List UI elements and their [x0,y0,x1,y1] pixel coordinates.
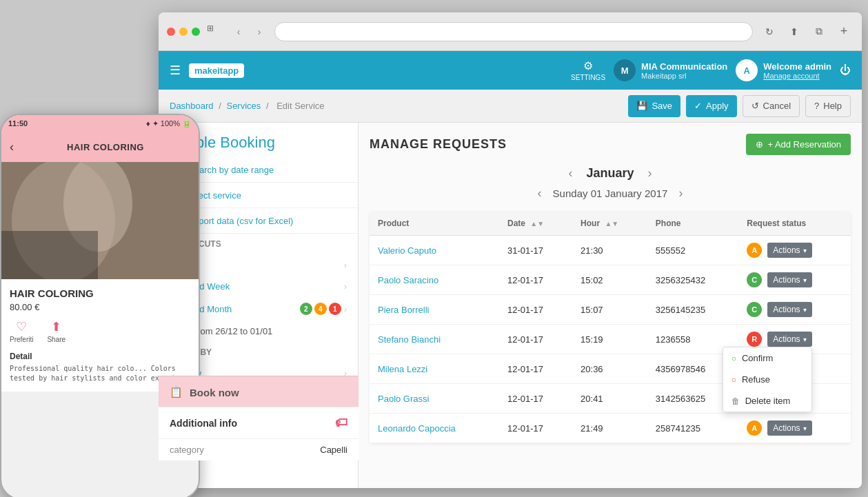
month-badges: 2 4 1 [300,303,341,315]
product-link[interactable]: Valerio Caputo [378,245,436,256]
breadcrumb-dashboard[interactable]: Dashboard [170,101,214,111]
status-dot: C [747,302,762,317]
next-month-button[interactable]: › [648,166,652,181]
product-link[interactable]: Stefano Bianchi [378,334,441,345]
tab-bar-icon[interactable]: ⊞ [207,23,223,40]
company-avatar: M [614,59,636,81]
status-cell: C Actions [738,265,851,295]
hour-cell: 15:19 [572,325,647,354]
category-value: Capelli [320,445,347,455]
badge-orange: 4 [314,303,327,315]
confirm-icon: ○ [731,354,736,363]
back-button[interactable]: ‹ [230,23,247,40]
product-cell: Paolo Saracino [370,265,499,295]
product-cell: Paolo Grassi [370,384,499,414]
manage-header: MANAGE REQUESTS ⊕ + Add Reservation [370,134,851,155]
book-now-overlay: 📋 Book now [159,376,359,408]
calendar-nav: ‹ January › [370,166,851,181]
heart-icon: ♡ [16,319,27,334]
book-now-label: Book now [190,387,239,398]
apply-button[interactable]: ✓ Apply [686,95,737,117]
chevron-right-icon: › [344,260,347,270]
table-row: Valerio Caputo 31-01-17 21:30 555552 A A… [370,236,851,265]
breadcrumb-services[interactable]: Services [226,101,261,111]
product-cell: Valerio Caputo [370,236,499,265]
forward-button[interactable]: › [251,23,268,40]
date-cell: 12-01-17 [499,325,572,354]
share-icon: ⬆ [51,319,61,334]
settings-menu[interactable]: ⚙ SETTINGS [571,59,605,81]
minimize-button[interactable] [179,28,188,36]
mobile-header: ‹ HAIR COLORING [1,132,199,162]
product-cell: Piera Borrelli [370,295,499,325]
apply-label: Apply [706,101,729,111]
share-browser-button[interactable]: ⬆ [785,22,804,41]
brand-name: makeitapp [189,63,244,78]
mobile-favorite-button[interactable]: ♡ Preferiti [10,319,33,343]
product-link[interactable]: Milena Lezzi [378,364,427,374]
add-reservation-button[interactable]: ⊕ + Add Reservation [746,134,851,155]
help-icon: ? [814,101,819,111]
close-button[interactable] [167,28,175,36]
status-dot: R [747,332,762,347]
col-hour[interactable]: Hour ▲▼ [572,212,647,236]
col-date[interactable]: Date ▲▼ [499,212,572,236]
actions-button[interactable]: Actions [767,243,811,258]
refuse-action[interactable]: ○ Refuse [723,369,811,390]
delete-action[interactable]: 🗑 Delete item [723,390,811,412]
col-phone: Phone [647,212,738,236]
chevron-right-icon: › [344,304,347,314]
actions-button-active[interactable]: Actions [767,332,811,347]
mobile-share-button[interactable]: ⬆ Share [47,319,65,343]
actions-button[interactable]: Actions [767,272,811,287]
hour-cell: 21:30 [572,236,647,265]
hour-cell: 15:02 [572,265,647,295]
product-cell: Stefano Bianchi [370,325,499,354]
sort-icon: ▲▼ [605,220,618,227]
mobile-content: HAIR COLORING 80.00 € ♡ Preferiti ⬆ Shar… [1,279,199,392]
next-day-button[interactable]: › [678,186,683,201]
confirm-action[interactable]: ○ Confirm [723,347,811,369]
company-info: M MIA Communication Makeitapp srl [614,59,727,81]
company-name: MIA Communication [641,61,727,72]
help-button[interactable]: ? Help [805,95,851,117]
toolbar: Dashboard / Services / Edit Service 💾 Sa… [159,90,862,123]
user-details: Welcome admin Manage account [763,61,831,80]
address-bar[interactable] [274,22,753,41]
confirm-label: Confirm [742,353,774,363]
actions-button[interactable]: Actions [767,302,811,317]
hamburger-menu[interactable]: ☰ [170,63,181,78]
prev-month-button[interactable]: ‹ [568,166,572,181]
browser-window-controls [167,28,200,36]
product-link[interactable]: Paolo Saracino [378,275,438,285]
prev-day-button[interactable]: ‹ [538,186,542,201]
help-label: Help [823,101,842,111]
breadcrumb: Dashboard / Services / Edit Service [170,101,623,111]
status-cell: A Actions [738,236,851,265]
actions-button[interactable]: Actions [767,420,811,436]
product-link[interactable]: Paolo Grassi [378,394,429,404]
product-link[interactable]: Leonardo Capoccia [378,423,456,434]
book-now-button[interactable]: 📋 Book now [159,376,359,408]
phone-cell: 3256145235 [647,295,738,325]
hour-cell: 20:36 [572,354,647,384]
cancel-button[interactable]: ↺ Cancel [743,95,800,117]
manage-account-link[interactable]: Manage account [763,72,831,80]
mobile-status-icons: ♦ ✦ 100% 🔋 [146,119,192,128]
duplicate-tab-button[interactable]: ⧉ [809,22,829,41]
company-initial: M [621,65,629,76]
tag-icon: 🏷 [335,416,347,430]
power-button[interactable]: ⏻ [840,64,851,77]
product-cell: Milena Lezzi [370,354,499,384]
gear-icon: ⚙ [583,59,593,72]
product-link[interactable]: Piera Borrelli [378,305,429,315]
new-tab-button[interactable]: + [834,22,854,41]
mobile-service-title: HAIR COLORING [10,287,190,299]
save-button[interactable]: 💾 Save [628,95,680,117]
reload-button[interactable]: ↻ [760,22,779,41]
requests-table-wrapper: Product Date ▲▼ Hour ▲▼ [370,212,851,443]
date-cell: 12-01-17 [499,384,572,414]
maximize-button[interactable] [192,28,200,36]
date-cell: 12-01-17 [499,265,572,295]
mobile-back-button[interactable]: ‹ [10,140,14,154]
